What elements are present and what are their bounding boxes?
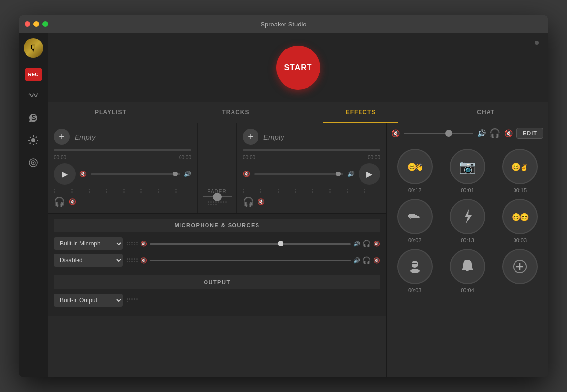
fader-slider[interactable] xyxy=(203,196,232,197)
mic-2-headphone[interactable]: 🎧 xyxy=(362,256,371,264)
track-1-headphone-mute[interactable]: 🔇 xyxy=(69,198,76,205)
sidebar-icon-skype[interactable] xyxy=(25,109,42,126)
effect-1-time: 00:12 xyxy=(408,187,422,193)
sidebar: 🎙 REC xyxy=(19,33,48,377)
tab-tracks[interactable]: TRACKS xyxy=(173,102,298,122)
effect-8-time: 00:04 xyxy=(461,287,474,293)
sidebar-icon-target[interactable] xyxy=(25,154,42,172)
track-1-progress[interactable] xyxy=(54,149,191,151)
close-button[interactable] xyxy=(25,21,30,27)
effect-button-6[interactable]: 😊 😊 00:03 xyxy=(497,199,543,243)
mic-source-1-select[interactable]: Built-in Microph xyxy=(54,237,123,250)
effect-button-8[interactable]: 00:04 xyxy=(444,249,490,293)
mic-2-mute[interactable]: 🔇 xyxy=(140,257,147,264)
tab-chat[interactable]: CHAT xyxy=(423,102,548,122)
effects-panel: 🔇 🔊 🎧 🔇 EDIT xyxy=(387,123,548,377)
mic-2-volume-slider[interactable] xyxy=(150,260,351,261)
mic-2-dots xyxy=(127,258,138,262)
track-2-headphone-controls: 🎧 🔇 xyxy=(243,196,380,207)
track-1-volume-slider[interactable] xyxy=(91,173,180,175)
effect-1-circle: 😊 👋 xyxy=(397,149,433,184)
track-2-progress[interactable] xyxy=(243,149,380,151)
effect-button-3[interactable]: 😊 ✌ 00:15 xyxy=(497,149,543,193)
svg-text:👋: 👋 xyxy=(415,163,424,172)
mic-source-2-select[interactable]: Disabled xyxy=(54,254,123,267)
mic-1-dots xyxy=(127,242,138,245)
track-2-headphone-mute[interactable]: 🔇 xyxy=(258,198,265,205)
mic-1-volume-slider[interactable] xyxy=(150,243,351,245)
track-1-name: Empty xyxy=(75,133,96,141)
track-1-mute[interactable]: 🔇 xyxy=(79,171,87,177)
svg-rect-14 xyxy=(412,263,417,264)
maximize-button[interactable] xyxy=(42,21,48,27)
output-section-label: OUTPUT xyxy=(54,275,380,289)
track-1-header: + Empty xyxy=(54,129,191,145)
track-2-mute[interactable]: 🔇 xyxy=(243,171,250,177)
effect-button-5[interactable]: 00:13 xyxy=(444,199,490,243)
svg-rect-9 xyxy=(410,217,411,219)
effects-volume-slider[interactable] xyxy=(404,133,473,134)
track-2-volume-slider[interactable] xyxy=(254,173,343,175)
mic-1-vol-max: 🔊 xyxy=(353,241,360,247)
effect-5-circle xyxy=(450,199,485,234)
effect-3-time: 00:15 xyxy=(514,187,527,193)
effects-edit-button[interactable]: EDIT xyxy=(516,128,543,139)
minimize-button[interactable] xyxy=(33,21,39,27)
output-select[interactable]: Built-in Output xyxy=(54,294,123,307)
effect-4-time: 00:02 xyxy=(408,237,422,243)
effect-button-2[interactable]: 📷 00:01 xyxy=(444,149,490,193)
effect-6-circle: 😊 😊 xyxy=(502,199,538,234)
tab-effects[interactable]: EFFECTS xyxy=(298,102,423,122)
mic-2-vol-max: 🔊 xyxy=(353,257,360,264)
track-1-time-start: 00:00 xyxy=(54,155,66,160)
effect-button-9[interactable] xyxy=(497,249,543,293)
track-2-controls: 🔇 🔊 ▶ xyxy=(243,163,380,185)
track-2-time-end: 00:00 xyxy=(368,155,380,160)
track-1-add-button[interactable]: + xyxy=(54,129,70,145)
track-1-dots xyxy=(54,189,191,193)
effect-9-circle xyxy=(502,249,538,284)
svg-text:😊: 😊 xyxy=(511,162,521,172)
sidebar-icon-settings[interactable] xyxy=(25,131,42,149)
mic-row-2-controls: 🔇 🔊 🎧 🔇 xyxy=(127,256,380,264)
sidebar-icon-waveform[interactable] xyxy=(25,86,42,104)
effect-4-circle xyxy=(397,199,433,234)
avatar[interactable]: 🎙 xyxy=(24,38,43,58)
middle-section: + Empty 00:00 00:00 ▶ 🔇 xyxy=(48,123,548,377)
effect-button-4[interactable]: 00:02 xyxy=(391,199,438,243)
top-bar: START xyxy=(48,33,548,102)
track-slot-2: + Empty 00:00 00:00 🔇 xyxy=(237,123,386,213)
track-1-controls: ▶ 🔇 🔊 xyxy=(54,163,191,185)
effects-headphone-mute[interactable]: 🔇 xyxy=(504,129,513,137)
status-dot xyxy=(535,41,539,45)
window-title: Spreaker Studio xyxy=(260,21,306,28)
track-2-add-button[interactable]: + xyxy=(243,129,258,145)
track-1-headphone-icon[interactable]: 🎧 xyxy=(54,196,65,207)
effects-mute-icon[interactable]: 🔇 xyxy=(391,129,400,137)
mic-1-headphone-mute[interactable]: 🔇 xyxy=(373,241,380,247)
rec-button[interactable]: REC xyxy=(25,68,42,81)
effects-grid: 😊 👋 00:12 📷 00:01 xyxy=(391,149,543,293)
effect-button-7[interactable]: 00:03 xyxy=(391,249,438,293)
svg-marker-10 xyxy=(465,209,472,224)
titlebar: Spreaker Studio xyxy=(19,15,548,33)
effects-headphone-icon[interactable]: 🎧 xyxy=(490,128,500,139)
mic-2-headphone-mute[interactable]: 🔇 xyxy=(373,257,380,264)
mic-1-mute[interactable]: 🔇 xyxy=(140,241,147,247)
mic-row-1-controls: 🔇 🔊 🎧 🔇 xyxy=(127,240,380,247)
effects-volume-knob xyxy=(445,130,452,137)
track-2-play-button[interactable]: ▶ xyxy=(359,163,380,185)
mic-1-headphone[interactable]: 🎧 xyxy=(362,240,371,247)
effect-button-1[interactable]: 😊 👋 00:12 xyxy=(391,149,438,193)
effect-7-circle xyxy=(397,249,433,284)
track-1-times: 00:00 00:00 xyxy=(54,155,191,160)
track-2-headphone-icon[interactable]: 🎧 xyxy=(243,196,254,207)
svg-point-15 xyxy=(410,269,420,273)
track-2-time-start: 00:00 xyxy=(243,155,255,160)
tracks-panel: + Empty 00:00 00:00 ▶ 🔇 xyxy=(48,123,387,377)
tab-playlist[interactable]: PLAYLIST xyxy=(48,102,173,122)
track-2-dots xyxy=(243,189,380,193)
start-button[interactable]: START xyxy=(276,46,320,90)
track-2-name: Empty xyxy=(263,133,284,141)
track-1-play-button[interactable]: ▶ xyxy=(54,163,76,185)
